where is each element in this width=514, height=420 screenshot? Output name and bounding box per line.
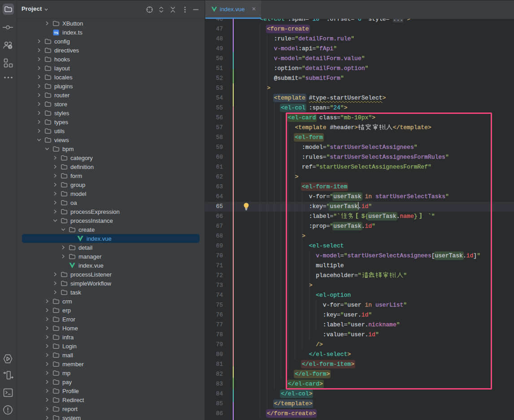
- svg-text:?: ?: [9, 45, 11, 49]
- svg-text:TS: TS: [54, 31, 58, 35]
